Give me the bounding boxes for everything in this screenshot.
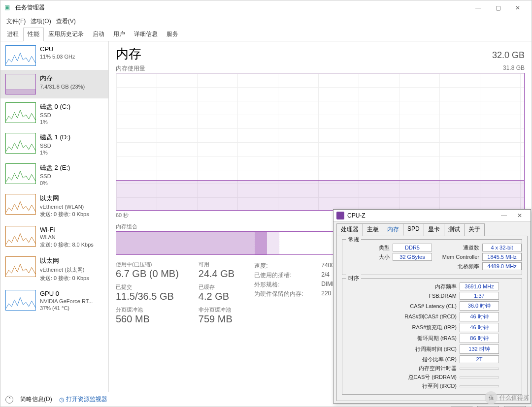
resource-monitor-link[interactable]: ◷ 打开资源监视器 bbox=[59, 395, 107, 404]
timing-legend: 时序 bbox=[346, 275, 361, 282]
tab-用户[interactable]: 用户 bbox=[109, 28, 130, 41]
close-button[interactable]: ✕ bbox=[508, 4, 528, 11]
chevron-up-icon[interactable]: ˄ bbox=[5, 396, 13, 404]
cz-value: 4489.0 MHz bbox=[482, 262, 522, 270]
stat-label: 已缓存 bbox=[199, 283, 234, 291]
cz-label: 类型 bbox=[345, 244, 390, 251]
cpuz-tab-主板[interactable]: 主板 bbox=[363, 223, 383, 236]
sidebar-item-net[interactable]: Wi-FiWLAN发送: 0 接收: 8.0 Kbps bbox=[0, 222, 108, 252]
watermark-icon: 值 bbox=[485, 391, 498, 404]
stat-label: 分页缓冲池 bbox=[116, 306, 179, 313]
menu-file[interactable]: 文件(F) bbox=[4, 16, 28, 27]
cpuz-close-button[interactable]: ✕ bbox=[512, 212, 528, 219]
sidebar-item-disk[interactable]: 磁盘 0 (C:)SSD1% bbox=[0, 98, 108, 129]
page-title: 内存 bbox=[116, 45, 141, 63]
sidebar-sub: SSD bbox=[40, 143, 70, 149]
cz-label: RAS#预充电 (tRP) bbox=[388, 324, 457, 331]
sidebar-sub2: 发送: 0 接收: 8.0 Kbps bbox=[40, 241, 94, 249]
sidebar-item-disk[interactable]: 磁盘 2 (E:)SSD0% bbox=[0, 159, 108, 190]
sidebar-item-net[interactable]: 以太网vEthernet (以太网)发送: 0 接收: 0 Kbps bbox=[0, 252, 108, 286]
cz-value bbox=[460, 376, 499, 378]
sidebar-sub2: 0% bbox=[40, 180, 70, 186]
main-tabs: 进程性能应用历史记录启动用户详细信息服务 bbox=[0, 28, 532, 41]
cz-label: 大小 bbox=[345, 253, 390, 261]
stat-value: 4.2 GB bbox=[199, 291, 234, 302]
window-controls: — ▢ ✕ bbox=[468, 4, 528, 11]
thumb-net bbox=[5, 226, 36, 247]
stat-value: 759 MB bbox=[199, 313, 234, 325]
stat-label: 可用 bbox=[199, 261, 234, 268]
stat-label: 非分页缓冲池 bbox=[199, 306, 234, 313]
sidebar-sub2: 1% bbox=[40, 119, 70, 125]
cpuz-titlebar[interactable]: CPU-Z — ✕ bbox=[333, 210, 531, 221]
cz-value: 1:37 bbox=[460, 292, 499, 300]
cz-label: 指令比率 (CR) bbox=[388, 356, 457, 363]
general-legend: 常规 bbox=[346, 236, 361, 243]
thumb-gpu bbox=[5, 290, 36, 311]
cpuz-title: CPU-Z bbox=[347, 212, 366, 219]
cpuz-window[interactable]: CPU-Z — ✕ 处理器主板内存SPD显卡测试关于 常规 类型DDR5大小32… bbox=[333, 209, 531, 404]
tab-详细信息[interactable]: 详细信息 bbox=[130, 28, 162, 41]
tab-进程[interactable]: 进程 bbox=[2, 28, 23, 41]
cpuz-tab-SPD[interactable]: SPD bbox=[403, 223, 424, 236]
cpuz-minimize-button[interactable]: — bbox=[496, 212, 512, 219]
tab-应用历史记录[interactable]: 应用历史记录 bbox=[44, 28, 88, 41]
sidebar-sub: vEthernet (以太网) bbox=[40, 266, 89, 274]
watermark: 值 什么值得买 bbox=[485, 391, 529, 404]
cz-value: 132 时钟 bbox=[460, 344, 499, 354]
cz-label: 北桥频率 bbox=[435, 263, 479, 270]
thumb-disk bbox=[5, 102, 36, 123]
window-title: 任务管理器 bbox=[15, 3, 45, 12]
cz-label: FSB:DRAM bbox=[388, 293, 457, 299]
menu-bar: 文件(F) 选项(O) 查看(V) bbox=[0, 15, 532, 28]
sidebar-title: 内存 bbox=[40, 74, 85, 83]
memory-usage-fill bbox=[116, 180, 524, 210]
cpuz-tab-关于[interactable]: 关于 bbox=[464, 223, 485, 236]
sidebar-item-gpu[interactable]: GPU 0NVIDIA GeForce RT...37% (41 °C) bbox=[0, 286, 108, 315]
sidebar-title: Wi-Fi bbox=[40, 226, 94, 233]
cz-label: Mem Controller bbox=[435, 254, 479, 260]
cz-label: 行周期时间 (tRC) bbox=[388, 345, 457, 353]
memory-capacity: 32.0 GB bbox=[492, 50, 525, 61]
sidebar-item-disk[interactable]: 磁盘 1 (D:)SSD1% bbox=[0, 129, 108, 159]
cz-value: 3691.0 MHz bbox=[460, 282, 499, 290]
tab-启动[interactable]: 启动 bbox=[88, 28, 109, 41]
menu-view[interactable]: 查看(V) bbox=[54, 16, 78, 27]
chart-usage-label: 内存使用量 bbox=[116, 64, 145, 73]
titlebar[interactable]: ▣ 任务管理器 — ▢ ✕ bbox=[0, 0, 532, 15]
cz-value: 46 时钟 bbox=[460, 323, 499, 332]
cpuz-tab-处理器[interactable]: 处理器 bbox=[336, 223, 363, 236]
sidebar-item-net[interactable]: 以太网vEthernet (WLAN)发送: 0 接收: 0 Kbps bbox=[0, 190, 108, 222]
thumb-disk bbox=[5, 133, 36, 154]
sidebar-sub2: 1% bbox=[40, 150, 70, 156]
sidebar-title: GPU 0 bbox=[40, 290, 93, 297]
minimize-button[interactable]: — bbox=[468, 4, 488, 11]
sidebar-title: 以太网 bbox=[40, 256, 89, 265]
cz-label: 总CAS号 (tRDRAM) bbox=[388, 374, 457, 381]
sidebar-title: 磁盘 2 (E:) bbox=[40, 163, 70, 172]
less-details-link[interactable]: 简略信息(D) bbox=[20, 395, 52, 404]
cpuz-timing-group: 时序 内存频率3691.0 MHzFSB:DRAM1:37CAS# Latenc… bbox=[342, 278, 522, 395]
cpuz-icon bbox=[336, 212, 344, 219]
sidebar-item-mem[interactable]: 内存7.4/31.8 GB (23%) bbox=[0, 70, 108, 98]
tab-性能[interactable]: 性能 bbox=[23, 28, 44, 41]
sidebar-item-cpu[interactable]: CPU11% 5.03 GHz bbox=[0, 41, 108, 70]
prop-label: 为硬件保留的内存: bbox=[254, 290, 313, 298]
cz-value: 86 时钟 bbox=[460, 334, 499, 343]
thumb-net bbox=[5, 256, 36, 277]
thumb-disk bbox=[5, 163, 36, 184]
prop-label: 已使用的插槽: bbox=[254, 271, 313, 280]
cpuz-tab-测试[interactable]: 测试 bbox=[444, 223, 465, 236]
sidebar-sub: 11% 5.03 GHz bbox=[40, 54, 75, 60]
tab-服务[interactable]: 服务 bbox=[162, 28, 183, 41]
prop-value: 2/4 bbox=[321, 271, 330, 280]
cpuz-tab-显卡[interactable]: 显卡 bbox=[424, 223, 444, 236]
maximize-button[interactable]: ▢ bbox=[488, 4, 508, 11]
cz-value: 46 时钟 bbox=[460, 312, 499, 321]
sidebar-sub: 7.4/31.8 GB (23%) bbox=[40, 84, 85, 90]
cz-value: 36.0 时钟 bbox=[460, 301, 499, 311]
stat-value: 560 MB bbox=[116, 313, 179, 325]
stat-value: 6.7 GB (0 MB) bbox=[116, 268, 179, 280]
menu-options[interactable]: 选项(O) bbox=[29, 16, 53, 27]
cpuz-tab-内存[interactable]: 内存 bbox=[383, 223, 403, 236]
